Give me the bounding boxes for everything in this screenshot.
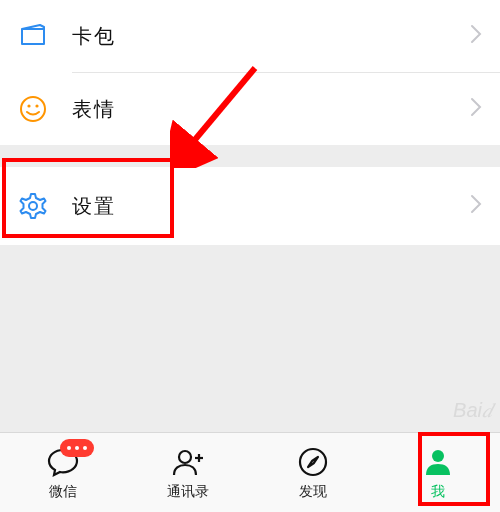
wallet-icon (18, 21, 48, 51)
compass-icon (296, 445, 330, 479)
svg-point-0 (21, 97, 45, 121)
menu-wallet-label: 卡包 (72, 23, 116, 50)
menu-wallet[interactable]: 卡包 (0, 0, 500, 72)
menu-stickers-label: 表情 (72, 96, 116, 123)
menu-stickers[interactable]: 表情 (0, 73, 500, 145)
tab-discover[interactable]: 发现 (250, 433, 375, 512)
svg-point-2 (35, 104, 38, 107)
watermark: Bai𝑑 (453, 399, 492, 422)
chevron-right-icon (470, 97, 482, 121)
svg-point-3 (29, 202, 37, 210)
svg-point-5 (179, 451, 191, 463)
tabbar: 微信 通讯录 发现 我 (0, 432, 500, 512)
contacts-icon (171, 445, 205, 479)
chevron-right-icon (470, 194, 482, 218)
svg-point-8 (300, 449, 326, 475)
tab-contacts-label: 通讯录 (167, 483, 209, 501)
tab-discover-label: 发现 (299, 483, 327, 501)
unread-badge (60, 439, 94, 457)
person-icon (421, 445, 455, 479)
tab-chats-label: 微信 (49, 483, 77, 501)
menu-settings-label: 设置 (72, 193, 116, 220)
tab-me-label: 我 (431, 483, 445, 501)
menu-group-2: 设置 (0, 167, 500, 245)
tab-chats[interactable]: 微信 (0, 433, 125, 512)
chevron-right-icon (470, 24, 482, 48)
chat-bubble-icon (46, 445, 80, 479)
svg-point-9 (432, 450, 444, 462)
smile-icon (18, 94, 48, 124)
menu-settings[interactable]: 设置 (0, 167, 500, 245)
spacer (0, 145, 500, 167)
gear-icon (18, 191, 48, 221)
tab-me[interactable]: 我 (375, 433, 500, 512)
svg-point-1 (27, 104, 30, 107)
tab-contacts[interactable]: 通讯录 (125, 433, 250, 512)
menu-group-1: 卡包 表情 (0, 0, 500, 145)
